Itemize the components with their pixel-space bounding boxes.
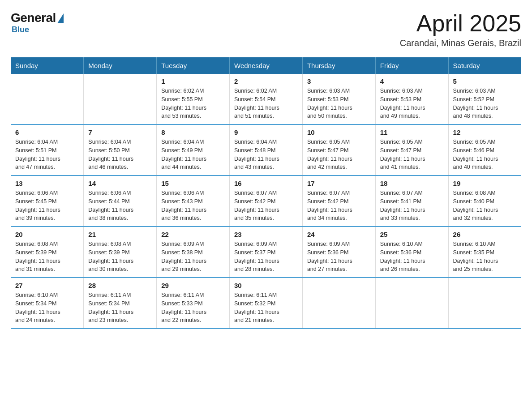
day-number: 7: [88, 128, 152, 136]
location-subtitle: Carandai, Minas Gerais, Brazil: [400, 38, 521, 48]
calendar-cell: 28Sunrise: 6:11 AM Sunset: 5:34 PM Dayli…: [84, 278, 157, 329]
calendar-week-row: 20Sunrise: 6:08 AM Sunset: 5:39 PM Dayli…: [11, 227, 521, 278]
calendar-cell: 26Sunrise: 6:10 AM Sunset: 5:35 PM Dayli…: [448, 227, 521, 278]
day-info: Sunrise: 6:08 AM Sunset: 5:39 PM Dayligh…: [15, 240, 79, 274]
calendar-cell: 3Sunrise: 6:03 AM Sunset: 5:53 PM Daylig…: [302, 74, 375, 124]
calendar-cell: 4Sunrise: 6:03 AM Sunset: 5:53 PM Daylig…: [375, 74, 448, 124]
calendar-cell: 20Sunrise: 6:08 AM Sunset: 5:39 PM Dayli…: [11, 227, 84, 278]
day-number: 16: [234, 180, 298, 187]
calendar-cell: 1Sunrise: 6:02 AM Sunset: 5:55 PM Daylig…: [157, 74, 230, 124]
calendar-cell: 15Sunrise: 6:06 AM Sunset: 5:43 PM Dayli…: [157, 176, 230, 227]
day-number: 28: [88, 282, 152, 289]
day-info: Sunrise: 6:11 AM Sunset: 5:32 PM Dayligh…: [234, 291, 298, 325]
calendar-header-wednesday: Wednesday: [230, 57, 303, 74]
calendar-header-friday: Friday: [375, 57, 448, 74]
day-info: Sunrise: 6:05 AM Sunset: 5:46 PM Dayligh…: [453, 138, 517, 171]
day-info: Sunrise: 6:07 AM Sunset: 5:42 PM Dayligh…: [307, 189, 371, 223]
calendar-header-tuesday: Tuesday: [157, 57, 230, 74]
calendar-cell: 30Sunrise: 6:11 AM Sunset: 5:32 PM Dayli…: [230, 278, 303, 329]
calendar-cell: 11Sunrise: 6:05 AM Sunset: 5:47 PM Dayli…: [375, 124, 448, 176]
day-number: 14: [88, 180, 152, 187]
calendar-cell: 10Sunrise: 6:05 AM Sunset: 5:47 PM Dayli…: [302, 124, 375, 176]
day-number: 9: [234, 128, 298, 136]
calendar-cell: 6Sunrise: 6:04 AM Sunset: 5:51 PM Daylig…: [11, 124, 84, 176]
calendar-cell: 25Sunrise: 6:10 AM Sunset: 5:36 PM Dayli…: [375, 227, 448, 278]
day-info: Sunrise: 6:06 AM Sunset: 5:43 PM Dayligh…: [161, 189, 225, 223]
calendar-cell: 22Sunrise: 6:09 AM Sunset: 5:38 PM Dayli…: [157, 227, 230, 278]
title-area: April 2025 Carandai, Minas Gerais, Brazi…: [400, 11, 521, 48]
calendar-cell: 19Sunrise: 6:08 AM Sunset: 5:40 PM Dayli…: [448, 176, 521, 227]
day-info: Sunrise: 6:04 AM Sunset: 5:50 PM Dayligh…: [88, 138, 152, 171]
day-number: 8: [161, 128, 225, 136]
calendar-cell: 8Sunrise: 6:04 AM Sunset: 5:49 PM Daylig…: [157, 124, 230, 176]
day-number: 25: [380, 231, 444, 238]
logo-blue-text: Blue: [12, 25, 29, 34]
calendar-week-row: 27Sunrise: 6:10 AM Sunset: 5:34 PM Dayli…: [11, 278, 521, 329]
calendar-header-row: SundayMondayTuesdayWednesdayThursdayFrid…: [11, 57, 521, 74]
day-info: Sunrise: 6:10 AM Sunset: 5:36 PM Dayligh…: [380, 240, 444, 274]
day-number: 29: [161, 282, 225, 289]
day-info: Sunrise: 6:06 AM Sunset: 5:44 PM Dayligh…: [88, 189, 152, 223]
day-number: 5: [453, 77, 517, 85]
day-info: Sunrise: 6:09 AM Sunset: 5:37 PM Dayligh…: [234, 240, 298, 274]
day-info: Sunrise: 6:09 AM Sunset: 5:36 PM Dayligh…: [307, 240, 371, 274]
day-info: Sunrise: 6:03 AM Sunset: 5:53 PM Dayligh…: [380, 87, 444, 120]
calendar-cell: 5Sunrise: 6:03 AM Sunset: 5:52 PM Daylig…: [448, 74, 521, 124]
day-number: 13: [15, 180, 79, 187]
calendar-cell: 21Sunrise: 6:08 AM Sunset: 5:39 PM Dayli…: [84, 227, 157, 278]
logo-general-text: General: [11, 11, 56, 25]
calendar-cell: 7Sunrise: 6:04 AM Sunset: 5:50 PM Daylig…: [84, 124, 157, 176]
calendar-table: SundayMondayTuesdayWednesdayThursdayFrid…: [11, 57, 521, 329]
page-header: General Blue April 2025 Carandai, Minas …: [11, 11, 521, 48]
day-info: Sunrise: 6:09 AM Sunset: 5:38 PM Dayligh…: [161, 240, 225, 274]
day-number: 6: [15, 128, 79, 136]
day-info: Sunrise: 6:04 AM Sunset: 5:48 PM Dayligh…: [234, 138, 298, 171]
day-info: Sunrise: 6:05 AM Sunset: 5:47 PM Dayligh…: [380, 138, 444, 171]
day-info: Sunrise: 6:06 AM Sunset: 5:45 PM Dayligh…: [15, 189, 79, 223]
calendar-cell: [375, 278, 448, 329]
day-number: 10: [307, 128, 371, 136]
calendar-cell: 23Sunrise: 6:09 AM Sunset: 5:37 PM Dayli…: [230, 227, 303, 278]
day-info: Sunrise: 6:08 AM Sunset: 5:40 PM Dayligh…: [453, 189, 517, 223]
day-number: 12: [453, 128, 517, 136]
day-number: 19: [453, 180, 517, 187]
day-number: 3: [307, 77, 371, 85]
logo-triangle-icon: [57, 13, 64, 23]
calendar-cell: 2Sunrise: 6:02 AM Sunset: 5:54 PM Daylig…: [230, 74, 303, 124]
day-number: 26: [453, 231, 517, 238]
day-number: 24: [307, 231, 371, 238]
calendar-header-saturday: Saturday: [448, 57, 521, 74]
calendar-cell: 12Sunrise: 6:05 AM Sunset: 5:46 PM Dayli…: [448, 124, 521, 176]
day-number: 22: [161, 231, 225, 238]
day-info: Sunrise: 6:10 AM Sunset: 5:35 PM Dayligh…: [453, 240, 517, 274]
month-title: April 2025: [400, 11, 521, 36]
day-info: Sunrise: 6:02 AM Sunset: 5:54 PM Dayligh…: [234, 87, 298, 120]
calendar-cell: [84, 74, 157, 124]
day-info: Sunrise: 6:04 AM Sunset: 5:51 PM Dayligh…: [15, 138, 79, 171]
calendar-cell: 24Sunrise: 6:09 AM Sunset: 5:36 PM Dayli…: [302, 227, 375, 278]
day-number: 21: [88, 231, 152, 238]
day-number: 30: [234, 282, 298, 289]
calendar-cell: 17Sunrise: 6:07 AM Sunset: 5:42 PM Dayli…: [302, 176, 375, 227]
day-info: Sunrise: 6:02 AM Sunset: 5:55 PM Dayligh…: [161, 87, 225, 120]
day-number: 15: [161, 180, 225, 187]
calendar-cell: 13Sunrise: 6:06 AM Sunset: 5:45 PM Dayli…: [11, 176, 84, 227]
calendar-header-monday: Monday: [84, 57, 157, 74]
day-info: Sunrise: 6:03 AM Sunset: 5:52 PM Dayligh…: [453, 87, 517, 120]
day-number: 1: [161, 77, 225, 85]
day-info: Sunrise: 6:11 AM Sunset: 5:33 PM Dayligh…: [161, 291, 225, 325]
day-number: 23: [234, 231, 298, 238]
day-number: 4: [380, 77, 444, 85]
day-info: Sunrise: 6:10 AM Sunset: 5:34 PM Dayligh…: [15, 291, 79, 325]
day-info: Sunrise: 6:03 AM Sunset: 5:53 PM Dayligh…: [307, 87, 371, 120]
calendar-header-thursday: Thursday: [302, 57, 375, 74]
calendar-cell: 29Sunrise: 6:11 AM Sunset: 5:33 PM Dayli…: [157, 278, 230, 329]
calendar-cell: 27Sunrise: 6:10 AM Sunset: 5:34 PM Dayli…: [11, 278, 84, 329]
day-number: 2: [234, 77, 298, 85]
calendar-cell: 14Sunrise: 6:06 AM Sunset: 5:44 PM Dayli…: [84, 176, 157, 227]
day-number: 11: [380, 128, 444, 136]
logo: General Blue: [11, 11, 64, 34]
calendar-cell: 16Sunrise: 6:07 AM Sunset: 5:42 PM Dayli…: [230, 176, 303, 227]
calendar-week-row: 6Sunrise: 6:04 AM Sunset: 5:51 PM Daylig…: [11, 124, 521, 176]
calendar-cell: [448, 278, 521, 329]
